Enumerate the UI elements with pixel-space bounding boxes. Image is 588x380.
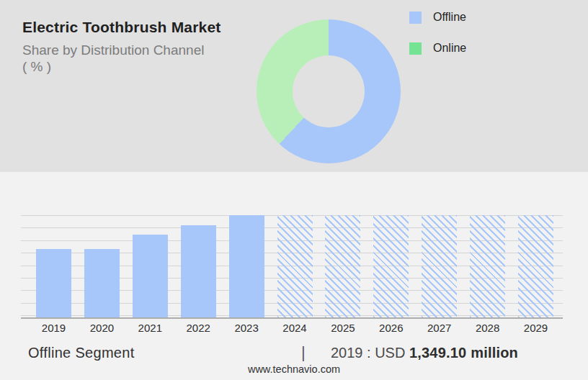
x-axis-label-2022: 2022 <box>177 322 220 334</box>
separator-bar: | <box>301 343 306 362</box>
website-url: www.technavio.com <box>0 363 588 375</box>
legend-label: Online <box>433 42 466 55</box>
bar-chart: 2019202020212022202320242025202620272028… <box>21 215 563 317</box>
legend-item-online: Online <box>409 42 466 55</box>
x-axis-line <box>21 317 563 319</box>
infographic-canvas: Electric Toothbrush Market Share by Dist… <box>0 0 588 380</box>
online-swatch-icon <box>409 42 422 55</box>
offline-swatch-icon <box>409 12 422 24</box>
value-amount: 1,349.10 million <box>409 345 518 361</box>
bar-2027-forecast <box>422 215 457 317</box>
x-axis-label-2028: 2028 <box>466 322 509 334</box>
bar-2025-forecast <box>325 215 360 317</box>
bar-2019 <box>36 249 71 317</box>
chart-legend: OfflineOnline <box>409 11 466 73</box>
bar-chart-section: 2019202020212022202320242025202620272028… <box>0 172 588 380</box>
page-subtitle: Share by Distribution Channel <box>22 42 253 58</box>
segment-label: Offline Segment <box>28 345 135 361</box>
x-axis-label-2026: 2026 <box>370 322 413 334</box>
header-section: Electric Toothbrush Market Share by Dist… <box>0 0 588 172</box>
unit-label: ( % ) <box>22 59 253 75</box>
x-axis-label-2021: 2021 <box>128 322 172 334</box>
bar-2026-forecast <box>373 215 409 317</box>
legend-label: Offline <box>433 11 466 24</box>
bar-2022 <box>181 225 216 317</box>
segment-value: 2019 : USD 1,349.10 million <box>331 345 518 361</box>
title-block: Electric Toothbrush Market Share by Dist… <box>22 19 253 75</box>
x-axis-label-2027: 2027 <box>418 322 461 334</box>
value-prefix: 2019 : USD <box>331 345 405 361</box>
donut-hole <box>293 55 365 127</box>
bar-2020 <box>84 249 120 317</box>
bar-2024-forecast <box>277 215 313 317</box>
x-axis-label-2024: 2024 <box>273 322 316 334</box>
bar-2023 <box>229 215 264 317</box>
x-axis-label-2019: 2019 <box>32 322 76 334</box>
page-title: Electric Toothbrush Market <box>22 19 253 36</box>
donut-chart <box>257 19 401 163</box>
x-axis-label-2025: 2025 <box>321 322 365 334</box>
x-axis-label-2023: 2023 <box>225 322 268 334</box>
bar-2021 <box>133 235 168 317</box>
bar-2028-forecast <box>470 215 505 317</box>
x-axis-label-2020: 2020 <box>80 322 123 334</box>
bar-2029-forecast <box>518 215 553 317</box>
legend-item-offline: Offline <box>409 11 466 24</box>
x-axis-label-2029: 2029 <box>514 322 558 334</box>
